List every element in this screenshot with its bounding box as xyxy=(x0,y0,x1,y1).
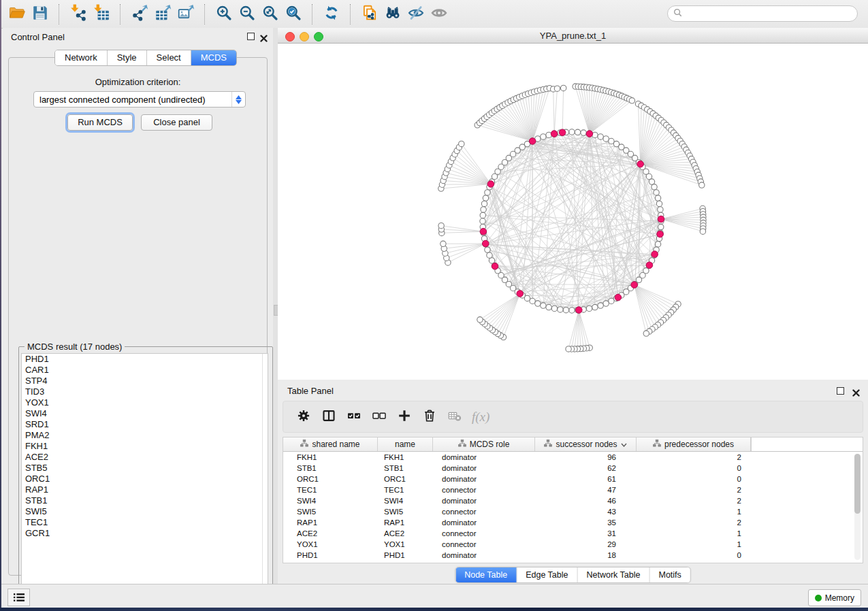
export-image-button[interactable] xyxy=(174,3,197,25)
tab-style[interactable]: Style xyxy=(108,50,147,65)
table-float-icon[interactable] xyxy=(837,387,844,395)
mcds-result-item[interactable]: TID3 xyxy=(22,386,268,397)
import-network-button[interactable] xyxy=(67,3,90,25)
close-panel-button[interactable]: Close panel xyxy=(141,114,212,131)
delete-table-button[interactable] xyxy=(443,407,467,427)
network-view-frame: YPA_prune.txt_1 xyxy=(278,28,868,380)
table-row[interactable]: ORC1ORC1dominator610 xyxy=(283,474,863,484)
zoom-fit-button[interactable] xyxy=(259,3,282,25)
column-header-successor-nodes[interactable]: successor nodes xyxy=(535,437,637,451)
table-scrollbar-thumb[interactable] xyxy=(854,454,861,514)
zoom-in-button[interactable] xyxy=(212,3,236,25)
table-row[interactable]: SWI4SWI4dominator462 xyxy=(283,495,863,506)
memory-button[interactable]: Memory xyxy=(808,589,861,606)
tab-motifs[interactable]: Motifs xyxy=(649,567,690,582)
cell: 1 xyxy=(637,508,751,516)
tab-mcds[interactable]: MCDS xyxy=(191,50,236,65)
tab-select[interactable]: Select xyxy=(147,50,191,65)
cell: connector xyxy=(433,540,535,548)
cell: 62 xyxy=(535,464,637,472)
export-network-button[interactable] xyxy=(128,3,151,25)
cell: STB1 xyxy=(378,464,433,472)
mcds-result-item[interactable]: RAP1 xyxy=(22,484,268,495)
mcds-list-scrollbar[interactable] xyxy=(262,354,263,596)
table-row[interactable]: ACE2ACE2connector311 xyxy=(283,528,863,539)
refresh-button[interactable] xyxy=(320,3,343,25)
table-row[interactable]: TEC1TEC1connector472 xyxy=(283,484,863,495)
clone-network-button[interactable] xyxy=(358,3,381,25)
search-field[interactable] xyxy=(667,5,858,22)
mcds-result-item[interactable]: STP4 xyxy=(22,376,268,386)
cell: connector xyxy=(433,508,535,516)
mcds-result-item[interactable]: FKH1 xyxy=(22,441,268,452)
optimization-criterion-label: Optimization criterion: xyxy=(9,77,267,87)
table-row[interactable]: STB1STB1dominator620 xyxy=(283,463,863,474)
deselect-all-button[interactable] xyxy=(367,407,391,427)
cell: SWI4 xyxy=(378,497,433,505)
mcds-result-item[interactable]: SRD1 xyxy=(22,419,268,430)
select-all-button[interactable] xyxy=(342,407,366,427)
settings-gear-button[interactable] xyxy=(291,407,316,427)
tab-edge-table[interactable]: Edge Table xyxy=(517,567,577,582)
cell: 1 xyxy=(637,540,751,548)
column-header-name[interactable]: name xyxy=(378,437,433,451)
cell: 29 xyxy=(535,540,637,548)
split-columns-button[interactable] xyxy=(317,407,341,427)
table-row[interactable]: RAP1RAP1dominator352 xyxy=(283,517,863,528)
zoom-out-button[interactable] xyxy=(236,3,259,25)
console-button[interactable] xyxy=(7,589,30,606)
mcds-result-item[interactable]: CAR1 xyxy=(22,365,268,376)
control-panel-title: Control Panel xyxy=(11,32,65,42)
import-table-button[interactable] xyxy=(90,3,113,25)
mcds-result-item[interactable]: STB5 xyxy=(22,463,268,474)
network-canvas[interactable] xyxy=(278,44,868,380)
tab-network[interactable]: Network xyxy=(55,50,108,65)
close-panel-icon[interactable] xyxy=(260,33,268,40)
table-close-icon[interactable] xyxy=(852,387,860,395)
tab-network-table[interactable]: Network Table xyxy=(578,567,650,582)
mcds-result-item[interactable]: STB1 xyxy=(22,495,268,506)
mcds-result-item[interactable]: PMA2 xyxy=(22,430,268,441)
table-row[interactable]: YOX1YOX1connector291 xyxy=(283,539,863,550)
run-mcds-button[interactable]: Run MCDS xyxy=(67,114,133,131)
tab-node-table[interactable]: Node Table xyxy=(455,567,517,582)
show-all-button[interactable] xyxy=(428,3,451,25)
save-button[interactable] xyxy=(29,3,52,25)
cell: TEC1 xyxy=(378,486,433,494)
table-row[interactable]: SWI5SWI5connector431 xyxy=(283,506,863,517)
table-scrollbar[interactable] xyxy=(854,454,861,560)
table-row[interactable]: FKH1FKH1dominator962 xyxy=(283,452,863,463)
cell: FKH1 xyxy=(283,453,378,461)
network-frame-titlebar[interactable]: YPA_prune.txt_1 xyxy=(278,28,868,44)
mcds-result-item[interactable]: ORC1 xyxy=(22,474,268,484)
search-network-button[interactable] xyxy=(381,3,404,25)
delete-column-button[interactable] xyxy=(417,407,442,427)
column-header-MCDS-role[interactable]: MCDS role xyxy=(433,437,535,451)
mcds-result-list[interactable]: PHD1CAR1STP4TID3YOX1SWI4SRD1PMA2FKH1ACE2… xyxy=(21,353,268,597)
mcds-result-item[interactable]: GCR1 xyxy=(22,528,268,539)
function-builder-button[interactable]: f(x) xyxy=(472,410,489,425)
cell: FKH1 xyxy=(378,453,433,461)
mcds-result-item[interactable]: ACE2 xyxy=(22,452,268,463)
column-header-predecessor-nodes[interactable]: predecessor nodes xyxy=(637,437,751,451)
hide-selected-button[interactable] xyxy=(404,3,428,25)
add-column-button[interactable] xyxy=(392,407,417,427)
criterion-dropdown[interactable]: largest connected component (undirected) xyxy=(33,91,246,108)
cell: 0 xyxy=(637,475,751,483)
table-row[interactable]: PHD1PHD1dominator180 xyxy=(283,550,863,561)
mcds-result-item[interactable]: YOX1 xyxy=(22,397,268,408)
open-folder-button[interactable] xyxy=(5,3,29,25)
node-table: shared namenameMCDS rolesuccessor nodesp… xyxy=(283,437,863,563)
float-panel-icon[interactable] xyxy=(247,33,255,40)
refresh-icon xyxy=(323,4,340,24)
mcds-result-item[interactable]: SWI4 xyxy=(22,408,268,419)
search-input[interactable] xyxy=(686,8,845,19)
mcds-result-item[interactable]: SWI5 xyxy=(22,506,268,517)
zoom-out-icon xyxy=(238,4,256,24)
mcds-result-item[interactable]: TEC1 xyxy=(22,517,268,528)
zoom-selected-button[interactable] xyxy=(282,3,305,25)
column-header-shared-name[interactable]: shared name xyxy=(283,437,378,451)
mcds-result-item[interactable]: PHD1 xyxy=(22,354,268,365)
import-table-icon xyxy=(93,4,110,24)
export-table-button[interactable] xyxy=(151,3,174,25)
